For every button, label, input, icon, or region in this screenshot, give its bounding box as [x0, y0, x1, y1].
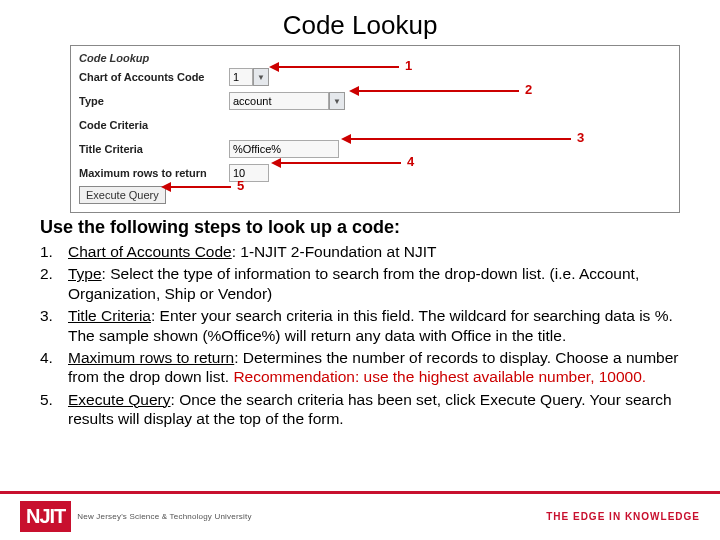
chevron-down-icon[interactable]: ▼ [253, 68, 269, 86]
step-number: 4. [40, 348, 68, 387]
step-label: Type [68, 265, 102, 282]
row-chart: Chart of Accounts Code 1 ▼ [79, 66, 671, 88]
annotation-5: 5 [237, 178, 244, 193]
steps-heading: Use the following steps to look up a cod… [40, 217, 720, 238]
step-text: : 1-NJIT 2-Foundation at NJIT [232, 243, 437, 260]
step-number: 3. [40, 306, 68, 345]
label-criteria: Code Criteria [79, 119, 229, 131]
maxrows-select[interactable]: 10 [229, 164, 269, 182]
arrow-line [281, 162, 401, 164]
label-type: Type [79, 95, 229, 107]
steps-list: 1. Chart of Accounts Code: 1-NJIT 2-Foun… [40, 242, 690, 428]
step-number: 5. [40, 390, 68, 429]
annotation-1: 1 [405, 58, 412, 73]
title-criteria-input[interactable]: %Office% [229, 140, 339, 158]
type-select[interactable]: account [229, 92, 329, 110]
chevron-down-icon[interactable]: ▼ [329, 92, 345, 110]
logo-text: NJIT [20, 501, 71, 532]
footer: NJIT New Jersey's Science & Technology U… [0, 492, 720, 540]
step-label: Execute Query [68, 391, 171, 408]
annotation-4: 4 [407, 154, 414, 169]
list-item: 1. Chart of Accounts Code: 1-NJIT 2-Foun… [40, 242, 690, 261]
form-heading: Code Lookup [79, 52, 671, 64]
code-lookup-form: Code Lookup Chart of Accounts Code 1 ▼ T… [70, 45, 680, 213]
label-maxrows: Maximum rows to return [79, 167, 229, 179]
step-number: 2. [40, 264, 68, 303]
step-text: : Select the type of information to sear… [68, 265, 639, 301]
step-number: 1. [40, 242, 68, 261]
page-title: Code Lookup [0, 0, 720, 45]
step-label: Maximum rows to return [68, 349, 234, 366]
njit-logo: NJIT New Jersey's Science & Technology U… [20, 501, 252, 532]
annotation-3: 3 [577, 130, 584, 145]
chart-select[interactable]: 1 [229, 68, 253, 86]
arrow-icon [271, 158, 281, 168]
arrow-line [359, 90, 519, 92]
footer-tagline: THE EDGE IN KNOWLEDGE [546, 511, 700, 522]
row-type: Type account ▼ [79, 90, 671, 112]
step-label: Chart of Accounts Code [68, 243, 232, 260]
label-chart: Chart of Accounts Code [79, 71, 229, 83]
arrow-line [279, 66, 399, 68]
label-title-criteria: Title Criteria [79, 143, 229, 155]
arrow-icon [349, 86, 359, 96]
arrow-icon [161, 182, 171, 192]
arrow-line [351, 138, 571, 140]
annotation-2: 2 [525, 82, 532, 97]
step-label: Title Criteria [68, 307, 151, 324]
arrow-icon [341, 134, 351, 144]
list-item: 4. Maximum rows to return: Determines th… [40, 348, 690, 387]
list-item: 3. Title Criteria: Enter your search cri… [40, 306, 690, 345]
step-recommendation: Recommendation: use the highest availabl… [233, 368, 646, 385]
list-item: 5. Execute Query: Once the search criter… [40, 390, 690, 429]
arrow-line [171, 186, 231, 188]
execute-query-button[interactable]: Execute Query [79, 186, 166, 204]
row-maxrows: Maximum rows to return 10 [79, 162, 671, 184]
step-text: : Enter your search criteria in this fie… [68, 307, 673, 343]
logo-subtitle: New Jersey's Science & Technology Univer… [77, 512, 251, 521]
list-item: 2. Type: Select the type of information … [40, 264, 690, 303]
arrow-icon [269, 62, 279, 72]
